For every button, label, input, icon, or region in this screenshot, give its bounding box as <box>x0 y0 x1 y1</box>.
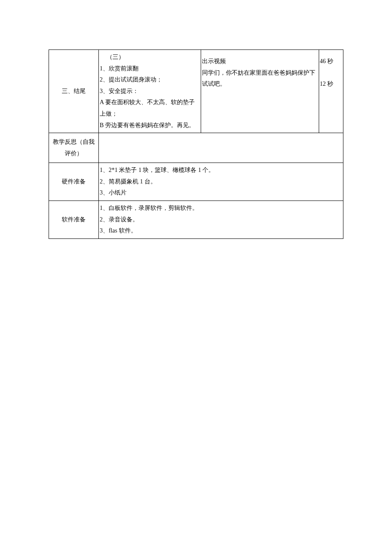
row-label: 教学反思（自我评价） <box>49 133 99 163</box>
row-label: 三、结尾 <box>49 50 99 133</box>
row-merged-content: 1、2*1 米垫子 1 块，篮球、橄榄球各 1 个。 2、简易摄象机 1 台。 … <box>98 163 343 201</box>
content-line: 1、欣赏前滚翻 <box>100 63 200 75</box>
content-line: A 要在面积较大、不太高、软的垫子上做； <box>100 97 200 119</box>
content-line: 2、简易摄象机 1 台。 <box>100 176 342 188</box>
content-line: 3、小纸片 <box>100 187 342 199</box>
table-row: 三、结尾 （三） 1、欣赏前滚翻 2、提出试试团身滚动； 3、安全提示： A 要… <box>49 50 343 133</box>
content-line: 3、flas 软件。 <box>100 225 342 237</box>
row-content: （三） 1、欣赏前滚翻 2、提出试试团身滚动； 3、安全提示： A 要在面积较大… <box>98 50 201 133</box>
method-line: 出示视频 <box>202 56 318 67</box>
time-line: 46 秒 <box>320 56 342 67</box>
row-method: 出示视频 同学们，你不妨在家里面在爸爸妈妈保护下试试吧。 <box>201 50 319 133</box>
content-line: B 旁边要有爸爸妈妈在保护。再见。 <box>100 120 200 131</box>
lesson-plan-table: 三、结尾 （三） 1、欣赏前滚翻 2、提出试试团身滚动； 3、安全提示： A 要… <box>49 49 343 239</box>
content-line: 3、安全提示： <box>100 86 200 97</box>
content-line: 2、录音设备。 <box>100 214 342 226</box>
content-line: 2、提出试试团身滚动； <box>100 74 200 86</box>
time-line: 12 秒 <box>320 78 342 90</box>
content-line: （三） <box>100 52 200 63</box>
method-line: 同学们，你不妨在家里面在爸爸妈妈保护下试试吧。 <box>202 67 318 90</box>
table-row: 软件准备 1、白板软件，录屏软件，剪辑软件。 2、录音设备。 3、flas 软件… <box>49 200 343 238</box>
table-row: 硬件准备 1、2*1 米垫子 1 块，篮球、橄榄球各 1 个。 2、简易摄象机 … <box>49 163 343 201</box>
row-time: 46 秒 12 秒 <box>319 50 343 133</box>
time-line <box>320 67 342 79</box>
row-label: 软件准备 <box>49 200 99 238</box>
row-label: 硬件准备 <box>49 163 99 201</box>
row-merged-content: 1、白板软件，录屏软件，剪辑软件。 2、录音设备。 3、flas 软件。 <box>98 200 343 238</box>
content-line: 1、白板软件，录屏软件，剪辑软件。 <box>100 203 342 214</box>
row-merged-content <box>98 133 343 163</box>
content-line: 1、2*1 米垫子 1 块，篮球、橄榄球各 1 个。 <box>100 165 342 176</box>
table-row: 教学反思（自我评价） <box>49 133 343 163</box>
